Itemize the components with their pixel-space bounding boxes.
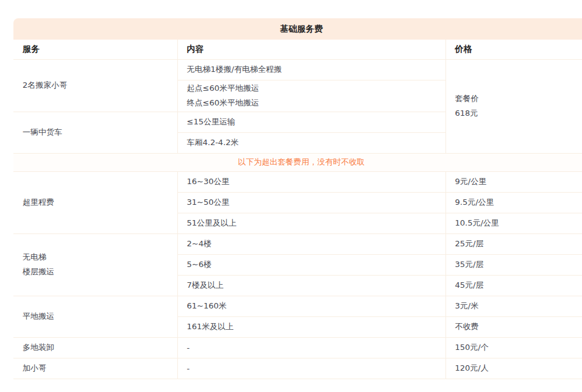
content-cell: 2~4楼 xyxy=(177,233,445,254)
content-cell: 51公里及以上 xyxy=(177,213,445,233)
content-cell: - xyxy=(177,337,445,358)
table-row: 多地装卸 - 150元/个 xyxy=(13,337,582,358)
separator-note: 以下为超出套餐费用，没有时不收取 xyxy=(13,153,582,171)
table-title: 基础服务费 xyxy=(13,18,582,40)
content-cell: 161米及以上 xyxy=(177,316,445,337)
separator-row: 以下为超出套餐费用，没有时不收取 xyxy=(13,153,582,171)
service-cell: 一辆中货车 xyxy=(13,112,177,153)
column-header-price: 价格 xyxy=(445,40,582,59)
table-row: 加小哥 - 120元/人 xyxy=(13,358,582,379)
content-cell: 起点≤60米平地搬运 终点≤60米平地搬运 xyxy=(177,80,445,112)
table-row: 平地搬运 61~160米 3元/米 xyxy=(13,296,582,316)
price-cell: 45元/层 xyxy=(445,275,582,296)
table-row: 超里程费 16~30公里 9元/公里 xyxy=(13,171,582,192)
column-header-row: 服务 内容 价格 xyxy=(13,40,582,59)
content-cell: 61~160米 xyxy=(177,296,445,316)
service-cell: 无电梯 楼层搬运 xyxy=(13,233,177,296)
service-cell: 加小哥 xyxy=(13,358,177,379)
price-cell: 不收费 xyxy=(445,316,582,337)
service-cell: 超里程费 xyxy=(13,171,177,233)
content-cell: ≤15公里运输 xyxy=(177,112,445,132)
price-cell: 9.5元/公里 xyxy=(445,192,582,213)
service-cell: 2名搬家小哥 xyxy=(13,59,177,112)
pricing-table: 服务 内容 价格 2名搬家小哥 无电梯1楼搬/有电梯全程搬 套餐价 618元 起… xyxy=(13,40,582,379)
service-cell: 多地装卸 xyxy=(13,337,177,358)
content-cell: - xyxy=(177,358,445,379)
content-cell: 无电梯1楼搬/有电梯全程搬 xyxy=(177,59,445,80)
price-cell: 10.5元/公里 xyxy=(445,213,582,233)
table-row: 2名搬家小哥 无电梯1楼搬/有电梯全程搬 套餐价 618元 xyxy=(13,59,582,80)
column-header-content: 内容 xyxy=(177,40,445,59)
price-cell: 25元/层 xyxy=(445,233,582,254)
price-cell: 120元/人 xyxy=(445,358,582,379)
price-cell: 150元/个 xyxy=(445,337,582,358)
service-cell: 平地搬运 xyxy=(13,296,177,337)
content-cell: 7楼及以上 xyxy=(177,275,445,296)
package-price-cell: 套餐价 618元 xyxy=(445,59,582,153)
content-cell: 31~50公里 xyxy=(177,192,445,213)
price-cell: 9元/公里 xyxy=(445,171,582,192)
content-cell: 5~6楼 xyxy=(177,254,445,275)
content-cell: 车厢4.2-4.2米 xyxy=(177,132,445,153)
content-cell: 16~30公里 xyxy=(177,171,445,192)
price-cell: 3元/米 xyxy=(445,296,582,316)
pricing-table-card: 基础服务费 服务 内容 价格 2名搬家小哥 无电梯1楼搬/有电梯全程搬 套餐价 … xyxy=(13,18,582,379)
column-header-service: 服务 xyxy=(13,40,177,59)
price-cell: 35元/层 xyxy=(445,254,582,275)
table-row: 无电梯 楼层搬运 2~4楼 25元/层 xyxy=(13,233,582,254)
